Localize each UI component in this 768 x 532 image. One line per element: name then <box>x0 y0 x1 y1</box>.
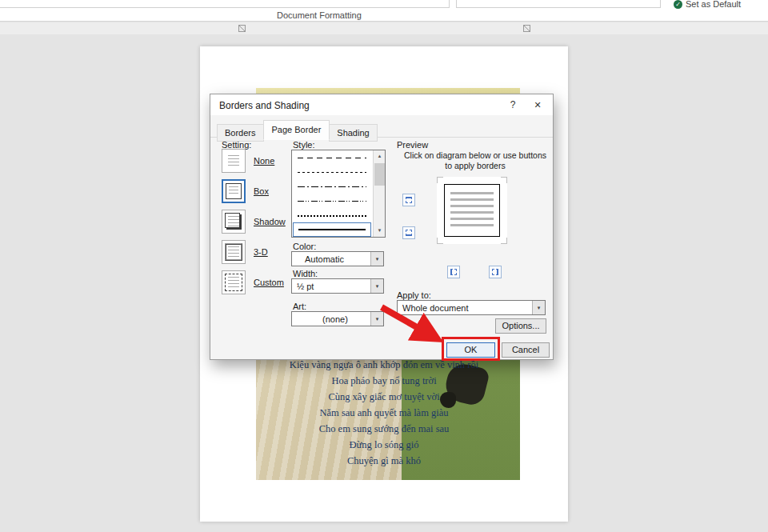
preview-text-lines <box>450 192 494 226</box>
scrollbar-thumb[interactable] <box>374 163 385 186</box>
style-label: Style: <box>293 140 315 150</box>
style-listbox[interactable]: ▲ ▼ <box>291 150 386 238</box>
ribbon-group-label: Document Formatting <box>277 10 362 20</box>
setting-shadow-icon <box>222 210 246 234</box>
preview-corner-mark <box>501 177 507 183</box>
document-text-block[interactable]: Kiệu vàng ngựa ô anh khớp đón em về vinh… <box>200 357 568 469</box>
chevron-down-icon[interactable]: ▾ <box>370 312 383 326</box>
poem-line[interactable]: Chuyện gì mà khó <box>200 453 568 469</box>
ruler-band <box>0 22 768 34</box>
borders-and-shading-dialog: Borders and Shading ? ✕ Borders Page Bor… <box>210 94 554 360</box>
poem-line[interactable]: Cho em sung sướng đến mai sau <box>200 421 568 437</box>
preview-corner-mark <box>437 238 443 244</box>
chevron-down-icon[interactable]: ▾ <box>370 252 383 266</box>
setting-option-label: None <box>254 156 274 166</box>
setting-option-label: Box <box>254 186 269 196</box>
setting-option-label: Custom <box>254 278 284 287</box>
style-scrollbar[interactable]: ▲ ▼ <box>373 150 385 237</box>
ribbon-bar: Document Formatting ✓ Set as Default <box>0 0 768 22</box>
chevron-down-icon[interactable]: ▾ <box>532 301 545 314</box>
setting-custom-icon <box>222 270 246 294</box>
setting-option-label: 3-D <box>254 247 268 257</box>
poem-line[interactable]: Đừng lo sóng gió <box>200 437 568 453</box>
poem-line[interactable]: Hoa pháo bay nổ tung trời <box>200 373 568 389</box>
bottom-border-button[interactable] <box>402 226 415 239</box>
right-border-button[interactable] <box>489 266 502 278</box>
setting-option-none[interactable]: None <box>222 149 274 173</box>
style-option-dash-small[interactable] <box>293 166 371 179</box>
tab-page-border[interactable]: Page Border <box>263 120 330 140</box>
tab-shading[interactable]: Shading <box>329 124 377 142</box>
setting-box-icon <box>222 179 246 203</box>
cancel-button[interactable]: Cancel <box>502 342 550 358</box>
top-border-icon <box>406 197 412 203</box>
preview-corner-mark <box>501 238 507 244</box>
setting-option-box[interactable]: Box <box>222 179 269 203</box>
right-indent-marker[interactable] <box>523 25 530 32</box>
art-value: (none) <box>322 314 348 324</box>
set-as-default-label: Set as Default <box>686 0 741 9</box>
left-border-button[interactable] <box>447 266 460 278</box>
width-value: ½ pt <box>297 282 314 291</box>
style-option-dash-large[interactable] <box>293 151 371 165</box>
setting-option-3d[interactable]: 3-D <box>222 240 268 264</box>
preview-label: Preview <box>397 140 428 150</box>
style-option-solid-selected[interactable] <box>293 222 371 237</box>
poem-line[interactable]: Năm sau anh quyết mà làm giàu <box>200 405 568 421</box>
apply-to-label: Apply to: <box>397 290 431 300</box>
ok-button[interactable]: OK <box>446 342 495 358</box>
style-option-dash-dense[interactable] <box>293 209 371 222</box>
apply-to-dropdown[interactable]: Whole document ▾ <box>397 300 546 315</box>
set-as-default-button[interactable]: ✓ Set as Default <box>674 0 741 9</box>
tab-borders[interactable]: Borders <box>217 124 264 142</box>
color-dropdown[interactable]: Automatic ▾ <box>291 251 384 266</box>
dialog-tabs: Borders Page Border Shading <box>217 120 377 140</box>
art-label: Art: <box>293 302 306 311</box>
left-indent-marker[interactable] <box>238 25 246 32</box>
set-as-default-icon: ✓ <box>674 0 682 9</box>
setting-option-shadow[interactable]: Shadow <box>222 210 286 234</box>
ribbon-gallery-partial-left <box>0 0 450 8</box>
scroll-down-icon[interactable]: ▼ <box>374 225 386 237</box>
apply-to-value: Whole document <box>402 303 469 313</box>
dialog-titlebar[interactable]: Borders and Shading <box>210 94 553 115</box>
setting-3d-icon <box>222 240 246 264</box>
help-icon[interactable]: ? <box>506 98 519 111</box>
preview-corner-mark <box>437 177 443 183</box>
color-label: Color: <box>293 242 316 251</box>
style-option-dash-dot[interactable] <box>293 180 371 194</box>
width-dropdown[interactable]: ½ pt ▾ <box>291 278 384 294</box>
width-label: Width: <box>293 269 318 278</box>
dialog-title: Borders and Shading <box>219 100 310 111</box>
art-dropdown[interactable]: (none) ▾ <box>291 311 384 326</box>
setting-option-custom[interactable]: Custom <box>222 270 284 294</box>
ribbon-gallery-partial-right <box>456 0 661 8</box>
setting-option-label: Shadow <box>254 217 286 226</box>
options-button[interactable]: Options... <box>495 318 546 334</box>
close-icon[interactable]: ✕ <box>530 98 546 112</box>
scroll-up-icon[interactable]: ▲ <box>374 150 386 162</box>
color-value: Automatic <box>305 254 344 264</box>
setting-none-icon <box>222 149 246 173</box>
right-border-icon <box>492 269 498 275</box>
top-border-button[interactable] <box>402 194 415 206</box>
preview-diagram[interactable] <box>437 177 507 244</box>
preview-hint-text: Click on diagram below or use buttons to… <box>402 150 548 171</box>
style-option-dash-dot-dot[interactable] <box>293 194 371 208</box>
poem-line[interactable]: Cùng xây giấc mơ tuyệt vời <box>200 389 568 405</box>
bottom-border-icon <box>406 230 412 236</box>
left-border-icon <box>450 269 457 275</box>
chevron-down-icon[interactable]: ▾ <box>370 279 383 293</box>
